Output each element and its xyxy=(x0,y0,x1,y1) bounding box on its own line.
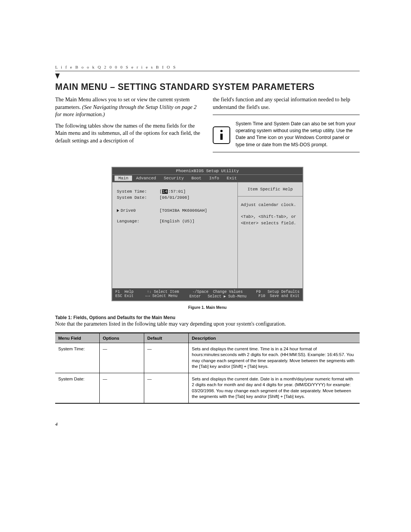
bios-title: PhoenixBIOS Setup Utility xyxy=(112,168,303,175)
header-rule xyxy=(55,71,360,71)
bios-tab-main: Main xyxy=(115,176,132,181)
intro-paragraph-right: the field's function and any special inf… xyxy=(213,96,360,111)
bios-footer-f10: F10 Save and Exit xyxy=(258,294,299,299)
info-box: System Time and System Date can also be … xyxy=(213,120,360,148)
right-column: the field's function and any special inf… xyxy=(213,96,360,154)
bios-screenshot: PhoenixBIOS Setup Utility Main Advanced … xyxy=(112,167,303,301)
bios-time-value: [14:57:01] xyxy=(159,189,186,194)
left-column: The Main Menu allows you to set or view … xyxy=(55,96,202,154)
bios-drive-label: Drive0 xyxy=(117,208,159,213)
bios-tab-info: Info xyxy=(205,176,223,181)
bios-row-language: Language: [English (US)] xyxy=(117,219,233,224)
cell-description: Sets and displays the current date. Date… xyxy=(189,373,360,403)
bios-help-body: Adjust calendar clock. <Tab>, <Shift-Tab… xyxy=(238,197,303,232)
bios-help-line1: Adjust calendar clock. xyxy=(241,202,299,208)
header-wedge-icon xyxy=(55,73,60,79)
bios-main-panel: System Time: [14:57:01] System Date: [06… xyxy=(112,182,238,288)
bios-tab-exit: Exit xyxy=(223,176,241,181)
page-title: MAIN MENU – SETTING STANDARD SYSTEM PARA… xyxy=(55,82,360,92)
triangle-right-icon xyxy=(117,209,119,212)
bios-tab-boot: Boot xyxy=(188,176,205,181)
bios-footer-esc: ESC Exit xyxy=(115,294,134,299)
intro-paragraph-1: The Main Menu allows you to set or view … xyxy=(55,96,202,118)
info-icon xyxy=(213,126,230,144)
bios-body: System Time: [14:57:01] System Date: [06… xyxy=(112,182,303,288)
info-separator-bottom xyxy=(213,152,360,152)
bios-footer-enter: Enter Select ▶ Sub-Menu xyxy=(190,294,247,299)
bios-footer: F1 Help ↑↓ Select Item -/Space Change Va… xyxy=(112,288,303,300)
bios-menubar: Main Advanced Security Boot Info Exit xyxy=(112,175,303,182)
bios-row-date: System Date: [06/01/2006] xyxy=(117,195,233,200)
table-row: System Time: — — Sets and displays the c… xyxy=(55,343,360,373)
bios-help-line2: <Tab>, <Shift-Tab>, or <Enter> selects f… xyxy=(241,214,299,227)
cell-description: Sets and displays the current time. Time… xyxy=(189,343,360,373)
cell-options: — xyxy=(100,373,144,403)
bios-footer-f1: F1 Help xyxy=(115,290,134,294)
bios-tab-security: Security xyxy=(160,176,188,181)
th-menu-field: Menu Field xyxy=(55,333,100,343)
th-default: Default xyxy=(144,333,189,343)
table-note: Note that the parameters listed in the f… xyxy=(55,321,360,327)
bios-footer-f9: F9 Setup Defaults xyxy=(256,290,299,294)
intro-paragraph-2: The following tables show the names of t… xyxy=(55,122,202,145)
page-number: 4 xyxy=(55,421,58,427)
bios-footer-change-values: -/Space Change Values xyxy=(193,290,243,294)
table-row: System Date: — — Sets and displays the c… xyxy=(55,373,360,403)
th-options: Options xyxy=(100,333,144,343)
running-header: L i f e B o o k Q 2 0 0 0 S e r i e s B … xyxy=(55,65,360,69)
fields-table: Menu Field Options Default Description S… xyxy=(55,332,360,404)
bios-help-title: Item Specific Help xyxy=(238,182,303,197)
bios-language-value: [English (US)] xyxy=(159,219,194,224)
info-text: System Time and System Date can also be … xyxy=(236,120,360,148)
table-caption: Table 1: Fields, Options and Defaults fo… xyxy=(55,315,360,320)
cell-default: — xyxy=(144,343,189,373)
bios-language-label: Language: xyxy=(117,219,159,224)
info-separator-top xyxy=(213,115,360,115)
th-description: Description xyxy=(189,333,360,343)
bios-drive-value: [TOSHIBA MK6006GAH] xyxy=(159,208,207,213)
bios-footer-select-menu: ←→ Select Menu xyxy=(145,294,177,299)
bios-time-cursor-segment: 14 xyxy=(162,189,168,194)
bios-drive-label-text: Drive0 xyxy=(121,208,136,213)
bios-row-drive: Drive0 [TOSHIBA MK6006GAH] xyxy=(117,208,233,213)
bios-row-time: System Time: [14:57:01] xyxy=(117,189,233,194)
cell-options: — xyxy=(100,343,144,373)
bios-help-panel: Item Specific Help Adjust calendar clock… xyxy=(238,182,303,288)
bios-footer-select-item: ↑↓ Select Item xyxy=(147,290,179,294)
bios-time-label: System Time: xyxy=(117,189,159,194)
cell-default: — xyxy=(144,373,189,403)
bios-tab-advanced: Advanced xyxy=(132,176,160,181)
figure-caption: Figure 1. Main Menu xyxy=(55,305,360,310)
cell-menu-field: System Date: xyxy=(55,373,100,403)
bios-date-label: System Date: xyxy=(117,195,159,200)
bios-time-rest: :57:01] xyxy=(168,189,186,194)
cell-menu-field: System Time: xyxy=(55,343,100,373)
bios-date-value: [06/01/2006] xyxy=(159,195,190,200)
bios-time-bracket: [ xyxy=(159,189,162,194)
